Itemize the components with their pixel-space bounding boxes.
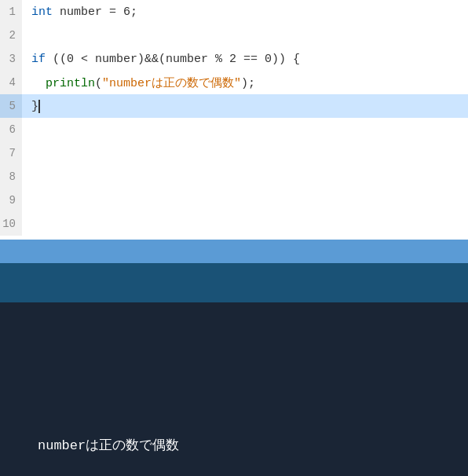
code-line: 8 [0,165,468,189]
line-content: int number = 6; [22,5,137,19]
line-number: 5 [0,94,22,118]
code-line: 10 [0,212,468,236]
code-line: 5} [0,94,468,118]
code-line: 6 [0,118,468,141]
line-number: 1 [0,0,22,24]
code-lines: 1int number = 6;23if ((0 < number)&&(num… [0,0,468,236]
console-area: numberは正の数で偶数 [0,302,468,476]
line-number: 6 [0,118,22,141]
line-number: 9 [0,189,22,212]
line-number: 2 [0,24,22,47]
divider-dark [0,263,468,302]
line-content: println("numberは正の数で偶数"); [22,75,255,90]
divider-light [0,240,468,263]
line-number: 10 [0,212,22,236]
line-number: 4 [0,71,22,94]
code-line: 2 [0,24,468,47]
line-number: 3 [0,47,22,71]
code-line: 7 [0,141,468,165]
line-content: } [22,100,40,113]
line-number: 7 [0,141,22,165]
console-output: numberは正の数で偶数 [38,436,179,454]
code-line: 3if ((0 < number)&&(number % 2 == 0)) { [0,47,468,71]
code-line: 1int number = 6; [0,0,468,24]
line-number: 8 [0,165,22,189]
code-line: 9 [0,189,468,212]
line-content: if ((0 < number)&&(number % 2 == 0)) { [22,53,300,66]
code-editor[interactable]: 1int number = 6;23if ((0 < number)&&(num… [0,0,468,240]
code-line: 4 println("numberは正の数で偶数"); [0,71,468,94]
